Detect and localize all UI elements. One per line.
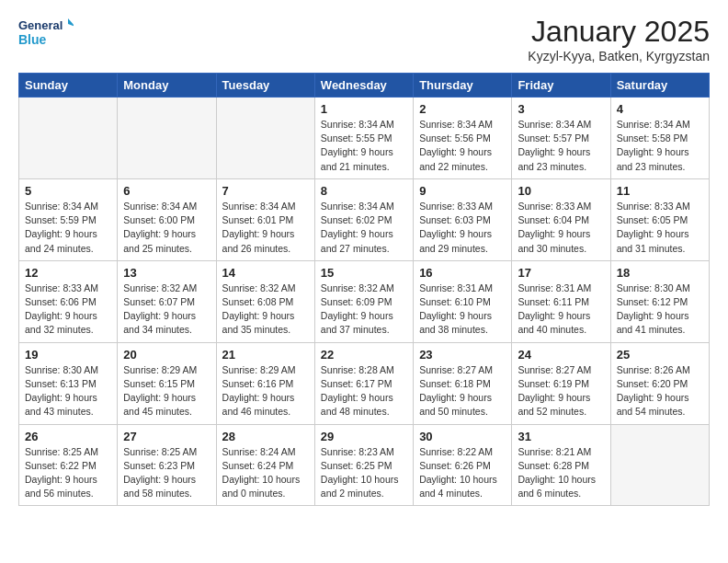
day-info: Sunrise: 8:25 AMSunset: 6:22 PMDaylight:… xyxy=(25,445,111,501)
day-number: 22 xyxy=(321,348,407,362)
calendar-day: 27 Sunrise: 8:25 AMSunset: 6:23 PMDaylig… xyxy=(118,424,216,506)
day-info: Sunrise: 8:22 AMSunset: 6:26 PMDaylight:… xyxy=(419,445,506,501)
day-info: Sunrise: 8:32 AMSunset: 6:08 PMDaylight:… xyxy=(222,282,309,338)
day-info: Sunrise: 8:31 AMSunset: 6:10 PMDaylight:… xyxy=(419,282,506,338)
calendar-day: 31 Sunrise: 8:21 AMSunset: 6:28 PMDaylig… xyxy=(512,424,610,506)
logo-svg: General Blue xyxy=(18,15,74,55)
calendar-day: 19 Sunrise: 8:30 AMSunset: 6:13 PMDaylig… xyxy=(19,342,118,424)
calendar-week: 5 Sunrise: 8:34 AMSunset: 5:59 PMDayligh… xyxy=(19,178,710,260)
day-info: Sunrise: 8:25 AMSunset: 6:23 PMDaylight:… xyxy=(123,445,210,501)
day-of-week-header: Tuesday xyxy=(216,74,314,98)
calendar-day: 13 Sunrise: 8:32 AMSunset: 6:07 PMDaylig… xyxy=(118,260,216,342)
day-info: Sunrise: 8:33 AMSunset: 6:06 PMDaylight:… xyxy=(25,282,111,338)
day-number: 28 xyxy=(222,430,309,443)
page: General Blue January 2025 Kyzyl-Kyya, Ba… xyxy=(0,0,728,521)
day-info: Sunrise: 8:28 AMSunset: 6:17 PMDaylight:… xyxy=(321,363,407,419)
location: Kyzyl-Kyya, Batken, Kyrgyzstan xyxy=(528,49,710,63)
calendar-day: 6 Sunrise: 8:34 AMSunset: 6:00 PMDayligh… xyxy=(118,178,216,260)
calendar-week: 12 Sunrise: 8:33 AMSunset: 6:06 PMDaylig… xyxy=(19,260,710,342)
month-title: January 2025 xyxy=(528,15,710,49)
day-number: 29 xyxy=(321,430,407,443)
day-number: 24 xyxy=(518,348,604,362)
calendar-day: 14 Sunrise: 8:32 AMSunset: 6:08 PMDaylig… xyxy=(216,260,314,342)
day-info: Sunrise: 8:34 AMSunset: 6:01 PMDaylight:… xyxy=(222,200,309,256)
day-info: Sunrise: 8:34 AMSunset: 5:56 PMDaylight:… xyxy=(419,118,506,174)
calendar-week: 19 Sunrise: 8:30 AMSunset: 6:13 PMDaylig… xyxy=(19,342,710,424)
calendar: SundayMondayTuesdayWednesdayThursdayFrid… xyxy=(18,73,710,506)
day-info: Sunrise: 8:27 AMSunset: 6:18 PMDaylight:… xyxy=(419,363,506,419)
svg-text:Blue: Blue xyxy=(18,32,47,47)
day-number: 4 xyxy=(617,102,703,116)
calendar-day: 21 Sunrise: 8:29 AMSunset: 6:16 PMDaylig… xyxy=(216,342,314,424)
day-of-week-header: Monday xyxy=(118,74,216,98)
calendar-day: 11 Sunrise: 8:33 AMSunset: 6:05 PMDaylig… xyxy=(610,178,709,260)
day-number: 30 xyxy=(419,430,506,443)
day-number: 19 xyxy=(25,348,111,362)
calendar-day: 17 Sunrise: 8:31 AMSunset: 6:11 PMDaylig… xyxy=(512,260,610,342)
day-number: 11 xyxy=(617,184,703,198)
day-number: 13 xyxy=(123,266,210,280)
calendar-day: 8 Sunrise: 8:34 AMSunset: 6:02 PMDayligh… xyxy=(314,178,413,260)
calendar-day: 3 Sunrise: 8:34 AMSunset: 5:57 PMDayligh… xyxy=(512,98,610,179)
day-number: 1 xyxy=(321,102,407,116)
day-number: 12 xyxy=(25,266,111,280)
calendar-day: 5 Sunrise: 8:34 AMSunset: 5:59 PMDayligh… xyxy=(19,178,118,260)
day-number: 8 xyxy=(321,184,407,198)
day-of-week-header: Saturday xyxy=(610,74,709,98)
calendar-day: 29 Sunrise: 8:23 AMSunset: 6:25 PMDaylig… xyxy=(314,424,413,506)
day-number: 18 xyxy=(617,266,703,280)
calendar-week: 26 Sunrise: 8:25 AMSunset: 6:22 PMDaylig… xyxy=(19,424,710,506)
calendar-day: 12 Sunrise: 8:33 AMSunset: 6:06 PMDaylig… xyxy=(19,260,118,342)
logo: General Blue xyxy=(18,15,74,55)
day-info: Sunrise: 8:34 AMSunset: 5:59 PMDaylight:… xyxy=(25,200,111,256)
day-info: Sunrise: 8:34 AMSunset: 6:02 PMDaylight:… xyxy=(321,200,407,256)
calendar-day: 24 Sunrise: 8:27 AMSunset: 6:19 PMDaylig… xyxy=(512,342,610,424)
day-number: 25 xyxy=(617,348,703,362)
header: General Blue January 2025 Kyzyl-Kyya, Ba… xyxy=(18,15,710,63)
day-info: Sunrise: 8:23 AMSunset: 6:25 PMDaylight:… xyxy=(321,445,407,501)
day-info: Sunrise: 8:33 AMSunset: 6:04 PMDaylight:… xyxy=(518,200,604,256)
day-number: 10 xyxy=(518,184,604,198)
calendar-day: 1 Sunrise: 8:34 AMSunset: 5:55 PMDayligh… xyxy=(314,98,413,179)
day-number: 26 xyxy=(25,430,111,443)
calendar-day: 20 Sunrise: 8:29 AMSunset: 6:15 PMDaylig… xyxy=(118,342,216,424)
calendar-day: 16 Sunrise: 8:31 AMSunset: 6:10 PMDaylig… xyxy=(414,260,512,342)
day-number: 27 xyxy=(123,430,210,443)
calendar-week: 1 Sunrise: 8:34 AMSunset: 5:55 PMDayligh… xyxy=(19,98,710,179)
day-info: Sunrise: 8:26 AMSunset: 6:20 PMDaylight:… xyxy=(617,363,703,419)
day-number: 31 xyxy=(518,430,604,443)
day-info: Sunrise: 8:34 AMSunset: 5:58 PMDaylight:… xyxy=(617,118,703,174)
day-number: 21 xyxy=(222,348,309,362)
day-info: Sunrise: 8:32 AMSunset: 6:09 PMDaylight:… xyxy=(321,282,407,338)
day-info: Sunrise: 8:34 AMSunset: 5:55 PMDaylight:… xyxy=(321,118,407,174)
day-of-week-header: Sunday xyxy=(19,74,118,98)
svg-text:General: General xyxy=(18,18,63,32)
calendar-day xyxy=(19,98,118,179)
calendar-day: 22 Sunrise: 8:28 AMSunset: 6:17 PMDaylig… xyxy=(314,342,413,424)
day-number: 17 xyxy=(518,266,604,280)
day-info: Sunrise: 8:21 AMSunset: 6:28 PMDaylight:… xyxy=(518,445,604,501)
title-block: January 2025 Kyzyl-Kyya, Batken, Kyrgyzs… xyxy=(528,15,710,63)
calendar-day: 7 Sunrise: 8:34 AMSunset: 6:01 PMDayligh… xyxy=(216,178,314,260)
calendar-day: 15 Sunrise: 8:32 AMSunset: 6:09 PMDaylig… xyxy=(314,260,413,342)
day-info: Sunrise: 8:32 AMSunset: 6:07 PMDaylight:… xyxy=(123,282,210,338)
calendar-day: 4 Sunrise: 8:34 AMSunset: 5:58 PMDayligh… xyxy=(610,98,709,179)
day-number: 15 xyxy=(321,266,407,280)
day-of-week-header: Friday xyxy=(512,74,610,98)
day-number: 20 xyxy=(123,348,210,362)
calendar-day: 18 Sunrise: 8:30 AMSunset: 6:12 PMDaylig… xyxy=(610,260,709,342)
day-info: Sunrise: 8:30 AMSunset: 6:12 PMDaylight:… xyxy=(617,282,703,338)
calendar-day xyxy=(216,98,314,179)
day-number: 6 xyxy=(123,184,210,198)
day-info: Sunrise: 8:31 AMSunset: 6:11 PMDaylight:… xyxy=(518,282,604,338)
calendar-day xyxy=(118,98,216,179)
day-of-week-header: Wednesday xyxy=(314,74,413,98)
calendar-day: 23 Sunrise: 8:27 AMSunset: 6:18 PMDaylig… xyxy=(414,342,512,424)
svg-marker-1 xyxy=(68,18,74,27)
day-number: 14 xyxy=(222,266,309,280)
day-of-week-header: Thursday xyxy=(414,74,512,98)
day-number: 3 xyxy=(518,102,604,116)
day-info: Sunrise: 8:27 AMSunset: 6:19 PMDaylight:… xyxy=(518,363,604,419)
day-number: 23 xyxy=(419,348,506,362)
calendar-day: 2 Sunrise: 8:34 AMSunset: 5:56 PMDayligh… xyxy=(414,98,512,179)
